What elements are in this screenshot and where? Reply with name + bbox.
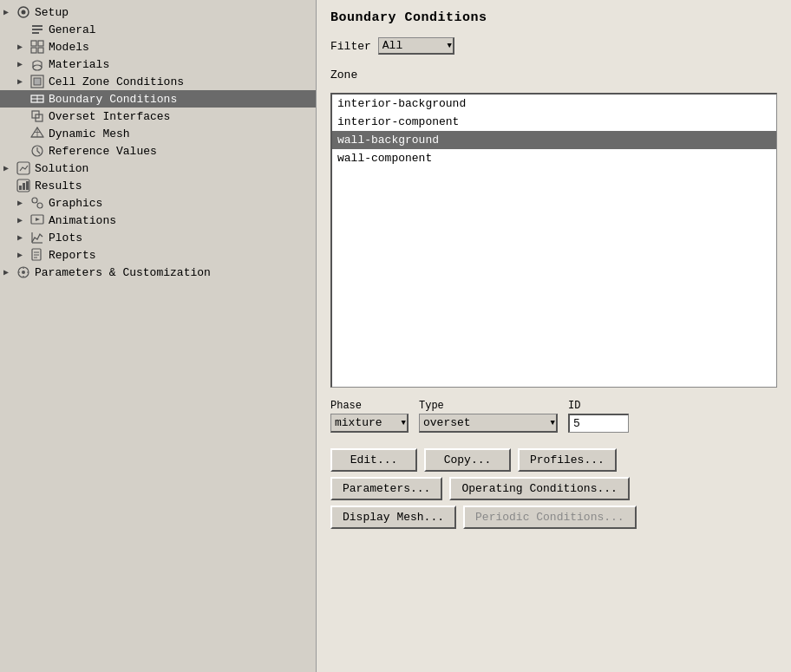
sidebar-label-animations: Animations [49,214,116,227]
setup-icon [16,5,31,19]
svg-rect-5 [31,41,36,46]
results-icon [16,179,31,192]
sidebar-item-animations[interactable]: ▶ Animations [0,212,316,229]
phase-select[interactable]: mixture [330,414,409,433]
sidebar-label-overset: Overset Interfaces [49,110,170,123]
profiles-button[interactable]: Profiles... [518,448,617,472]
svg-rect-8 [38,48,43,53]
sidebar-label-solution: Solution [35,162,88,175]
arrow-plots: ▶ [17,232,29,243]
svg-rect-2 [32,25,42,27]
sidebar-item-results[interactable]: Results [0,177,316,194]
svg-rect-11 [34,78,41,85]
sidebar-label-models: Models [49,41,89,54]
display-mesh-button[interactable]: Display Mesh... [330,506,456,529]
sidebar-item-boundary[interactable]: Boundary Conditions [0,90,316,108]
periodic-conditions-button[interactable]: Periodic Conditions... [463,506,637,529]
arrow-models: ▶ [17,42,29,52]
main-panel: Boundary Conditions Filter All Wall Inte… [317,0,791,672]
arrow-cell-zone: ▶ [17,76,29,87]
sidebar-item-dynamic-mesh[interactable]: Dynamic Mesh [0,125,316,142]
zone-item-wall-background[interactable]: wall-background [332,131,776,149]
sidebar: ▶ Setup General ▶ Models ▶ Materials ▶ [0,0,317,672]
arrow-solution: ▶ [3,163,16,173]
sidebar-label-general: General [49,23,96,36]
type-select-wrapper[interactable]: overset wall interior [419,414,558,433]
id-label: ID [568,400,629,412]
svg-rect-6 [38,41,43,46]
filter-select-wrapper[interactable]: All Wall Interior Overset [378,37,454,55]
sidebar-label-plots: Plots [49,232,82,245]
models-icon [29,40,45,54]
graphics-icon [29,196,45,210]
general-icon [29,23,45,36]
sidebar-item-general[interactable]: General [0,21,316,38]
filter-select[interactable]: All Wall Interior Overset [378,37,454,55]
svg-rect-4 [32,32,39,34]
buttons-area: Edit... Copy... Profiles... Parameters..… [330,448,777,534]
sidebar-item-models[interactable]: ▶ Models [0,38,316,55]
arrow-graphics: ▶ [17,198,29,208]
type-select[interactable]: overset wall interior [419,414,558,433]
type-group: Type overset wall interior [419,400,558,433]
svg-point-27 [32,198,37,203]
params-icon [16,265,31,279]
id-group: ID 5 [568,400,629,433]
sidebar-item-overset[interactable]: Overset Interfaces [0,108,316,125]
zone-item-interior-background[interactable]: interior-background [332,95,776,113]
operating-conditions-button[interactable]: Operating Conditions... [449,477,629,500]
phase-group: Phase mixture [330,400,409,433]
plots-icon [29,231,45,245]
sidebar-item-reports[interactable]: ▶ Reports [0,246,316,264]
sidebar-label-params: Parameters & Customization [35,266,211,279]
id-input[interactable]: 5 [568,414,629,433]
overset-icon [29,109,45,123]
svg-marker-31 [36,218,40,221]
sidebar-item-params[interactable]: ▶ Parameters & Customization [0,264,316,281]
zone-list[interactable]: interior-background interior-component w… [330,93,777,388]
svg-rect-26 [26,181,29,190]
zone-label: Zone [330,69,777,82]
copy-button[interactable]: Copy... [424,448,511,472]
sidebar-label-reports: Reports [49,249,96,262]
zone-item-wall-component[interactable]: wall-component [332,149,776,167]
zone-item-interior-component[interactable]: interior-component [332,113,776,131]
boundary-icon [29,92,45,106]
btn-row-2: Parameters... Operating Conditions... [330,477,777,500]
sidebar-item-reference[interactable]: Reference Values [0,142,316,160]
sidebar-label-dynamic-mesh: Dynamic Mesh [49,127,130,140]
svg-rect-25 [23,183,25,190]
arrow-params: ▶ [3,267,16,277]
svg-point-28 [37,203,42,208]
materials-icon [29,57,45,71]
svg-point-9 [33,65,42,70]
svg-point-1 [22,10,26,15]
filter-label: Filter [330,40,371,53]
btn-row-1: Edit... Copy... Profiles... [330,448,777,472]
arrow-reports: ▶ [17,250,29,260]
panel-title: Boundary Conditions [330,10,777,25]
reference-icon [29,144,45,158]
svg-rect-7 [31,48,36,53]
sidebar-item-solution[interactable]: ▶ Solution [0,160,316,177]
sidebar-label-graphics: Graphics [49,197,102,210]
arrow-materials: ▶ [17,59,29,69]
reports-icon [29,248,45,262]
svg-rect-3 [32,29,42,30]
sidebar-item-plots[interactable]: ▶ Plots [0,229,316,246]
sidebar-label-setup: Setup [35,6,69,19]
arrow-setup: ▶ [3,7,16,17]
sidebar-item-setup[interactable]: ▶ Setup [0,3,316,21]
btn-row-3: Display Mesh... Periodic Conditions... [330,506,777,529]
sidebar-label-results: Results [35,179,82,192]
sidebar-item-materials[interactable]: ▶ Materials [0,55,316,73]
svg-line-29 [37,203,38,204]
phase-select-wrapper[interactable]: mixture [330,414,409,433]
sidebar-item-graphics[interactable]: ▶ Graphics [0,194,316,212]
arrow-animations: ▶ [17,215,29,225]
sidebar-item-cell-zone[interactable]: ▶ Cell Zone Conditions [0,73,316,90]
svg-point-39 [22,271,25,274]
parameters-button[interactable]: Parameters... [330,477,442,500]
filter-row: Filter All Wall Interior Overset [330,37,777,55]
edit-button[interactable]: Edit... [330,448,417,472]
